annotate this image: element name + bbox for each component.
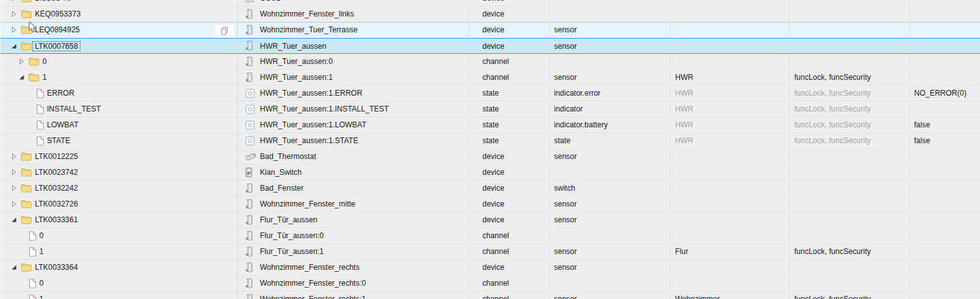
role-cell-text: sensor: [554, 73, 577, 82]
folder-icon: [21, 152, 32, 161]
table-row[interactable]: LOWBATHWR_Tuer_aussen:1.LOWBATstateindic…: [1, 117, 980, 133]
door-sensor-icon: [245, 246, 253, 257]
expand-toggle[interactable]: [11, 184, 21, 192]
name-cell: Wohnzimmer_Fenster_rechts: [238, 260, 469, 275]
door-icon: [245, 215, 255, 226]
function-cell: [790, 228, 910, 243]
door-sensor-icon: [245, 183, 253, 194]
tree-item-label: LTK0032726: [35, 200, 78, 208]
expand-toggle[interactable]: [11, 200, 21, 208]
room-cell: [671, 39, 790, 53]
table-row[interactable]: INSTALL_TESTHWR_Tuer_aussen:1.INSTALL_TE…: [1, 101, 980, 117]
tree-cell: ERROR: [1, 86, 238, 101]
type-cell-text: device: [482, 168, 505, 177]
folder-icon: [29, 73, 39, 82]
room-cell: [671, 0, 790, 6]
tree-item-label: LTK0023742: [35, 168, 78, 177]
door-sensor-icon: [245, 56, 253, 67]
room-cell-text: Wohnzimmer: [675, 295, 719, 299]
table-row[interactable]: BidCoS-RFCCU2device: [1, 0, 980, 6]
role-cell-text: state: [554, 136, 571, 145]
table-row[interactable]: 1Flur_Tür_aussen:1channelsensorFlurfuncL…: [1, 244, 980, 260]
function-cell: funcLock, funcSecurity: [790, 101, 910, 117]
object-name-label: Bad_Fenster: [260, 184, 304, 193]
type-cell: device: [469, 0, 550, 6]
tree-cell: LTK0032726: [1, 196, 238, 212]
table-row[interactable]: LTK0033364Wohnzimmer_Fenster_rechtsdevic…: [1, 260, 980, 276]
table-row[interactable]: LTK0033361Flur_Tür_aussendevicesensor: [1, 212, 980, 228]
tree-item-label: LTK0033364: [35, 263, 78, 272]
type-cell: state: [469, 117, 550, 132]
room-cell: [671, 276, 790, 291]
function-cell: [790, 260, 910, 275]
expand-toggle[interactable]: [18, 58, 29, 65]
document-icon: [36, 105, 44, 114]
state-icon: [245, 105, 255, 114]
room-cell-text: HWR: [675, 105, 693, 113]
role-cell-text: indicator.error: [554, 89, 600, 98]
table-row[interactable]: 0HWR_Tuer_aussen:0channel: [1, 54, 980, 70]
type-cell-text: channel: [482, 279, 509, 288]
function-cell: [790, 196, 910, 212]
expand-arrow-icon: [18, 74, 25, 80]
copy-id-button[interactable]: [214, 24, 235, 37]
object-name-label: Wohnzimmer_Tuer_Terrasse: [260, 25, 358, 34]
tree-item-label: STATE: [47, 136, 70, 145]
table-row[interactable]: LTK0012225Bad_Thermostatdevicesensor: [1, 149, 980, 165]
expand-toggle[interactable]: [11, 169, 21, 176]
room-cell: HWR: [671, 70, 790, 85]
room-cell: HWR: [671, 117, 790, 132]
type-cell-text: channel: [482, 73, 509, 82]
folder-icon: [29, 57, 39, 66]
collapse-toggle[interactable]: [11, 264, 21, 270]
value-cell: [910, 22, 980, 37]
type-cell-text: device: [482, 215, 505, 224]
collapse-toggle[interactable]: [18, 74, 29, 80]
function-cell: funcLock, funcSecurity: [790, 70, 910, 85]
table-row[interactable]: 0Wohnzimmer_Fenster_rechts:0channel: [1, 276, 980, 291]
value-cell-text: NO_ERROR(0): [914, 89, 967, 98]
value-cell: [910, 39, 980, 53]
tree-item-label: LTK0007658: [32, 41, 81, 51]
table-row[interactable]: 1HWR_Tuer_aussen:1channelsensorHWRfuncLo…: [1, 70, 980, 86]
table-row[interactable]: LTK0023742Kian_Switchdevice: [1, 165, 980, 181]
table-row[interactable]: LTK0032726Wohnzimmer_Fenster_mittedevice…: [1, 196, 980, 212]
name-cell: HWR_Tuer_aussen:1.INSTALL_TEST: [238, 101, 469, 117]
value-cell: [910, 54, 980, 69]
table-row[interactable]: ERRORHWR_Tuer_aussen:1.ERRORstateindicat…: [1, 86, 980, 101]
object-name-label: HWR_Tuer_aussen:0: [260, 57, 333, 66]
table-row[interactable]: LEQ0894925Wohnzimmer_Tuer_Terrassedevice…: [1, 22, 980, 38]
table-row[interactable]: 0Flur_Tür_aussen:0channel: [1, 228, 980, 244]
function-cell: [790, 181, 910, 196]
type-cell: device: [469, 165, 550, 180]
table-row[interactable]: 1Wohnzimmer_Fenster_rechts:1channelsenso…: [1, 291, 980, 299]
table-row[interactable]: LTK0032242Bad_Fensterdeviceswitch: [1, 181, 980, 196]
table-row[interactable]: LTK0007658HWR_Tuer_aussendevicesensor: [1, 38, 980, 54]
function-cell: [790, 212, 910, 227]
folder-icon: [21, 168, 32, 177]
expand-toggle[interactable]: [11, 26, 21, 34]
tree-indent: [1, 14, 11, 15]
object-name-label: Flur_Tür_aussen: [260, 215, 318, 224]
role-cell: sensor: [550, 22, 671, 37]
room-cell: Flur: [671, 244, 790, 259]
value-cell: [910, 70, 980, 85]
expand-toggle[interactable]: [11, 153, 21, 160]
table-row[interactable]: KEQ0953373Wohnzimmer_Fenster_linksdevice: [1, 6, 980, 22]
expand-toggle[interactable]: [11, 10, 21, 18]
room-cell-text: HWR: [675, 136, 693, 145]
value-cell-text: false: [914, 136, 930, 145]
document-icon: [29, 295, 36, 299]
type-cell: device: [469, 22, 550, 37]
table-row[interactable]: STATEHWR_Tuer_aussen:1.STATEstatestateHW…: [1, 133, 980, 149]
tree-item-label: 1: [42, 73, 47, 82]
collapse-toggle[interactable]: [11, 217, 21, 223]
expand-toggle[interactable]: [11, 0, 21, 2]
collapse-toggle[interactable]: [11, 43, 21, 49]
name-cell: HWR_Tuer_aussen:1.STATE: [238, 133, 469, 148]
folder-icon: [21, 10, 32, 18]
folder-icon: [21, 200, 32, 208]
tree-cell: LEQ0894925: [1, 22, 238, 37]
tree-item-label: LTK0033361: [35, 215, 78, 224]
type-cell-text: device: [482, 0, 505, 3]
